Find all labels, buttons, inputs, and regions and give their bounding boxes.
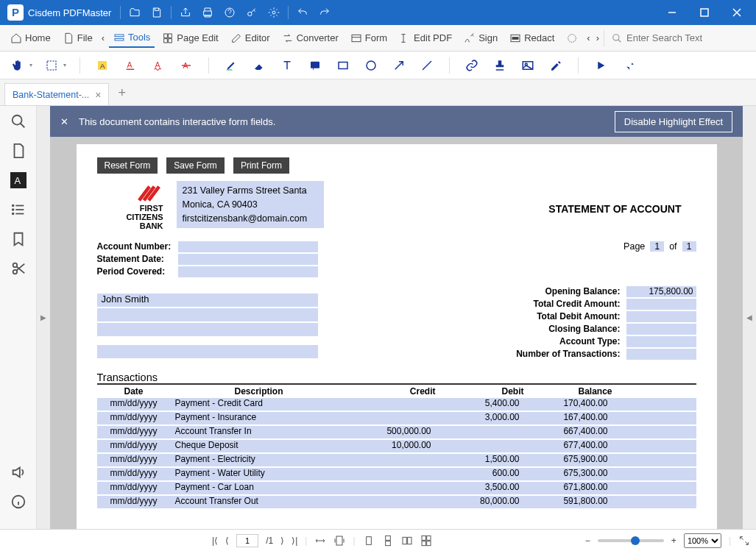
text-icon[interactable] [278,57,296,74]
ribbon-tools[interactable]: Tools [109,29,155,48]
total-debit-field[interactable] [626,311,696,322]
ribbon-editor[interactable]: Editor [226,29,275,47]
addr3-field[interactable] [97,345,318,358]
opening-balance-field[interactable]: 175,800.00 [626,286,696,297]
arrow-icon[interactable] [390,57,408,74]
zoom-select[interactable]: 100% [684,533,721,548]
maximize-button[interactable] [688,0,721,25]
help-icon[interactable] [220,3,239,22]
ribbon-ocr[interactable] [562,29,582,47]
first-page-icon[interactable]: |⟨ [212,536,218,546]
search-box[interactable] [612,32,750,43]
search-input[interactable] [626,32,750,43]
highlight-icon[interactable]: A [93,57,111,74]
ribbon-redact[interactable]: Redact [505,29,559,47]
table-row[interactable]: mm/dd/yyyyPayment - Insurance3,000.00167… [97,412,696,424]
address-field[interactable]: 231 Valley Farms Street Santa Monica, CA… [177,181,324,228]
ribbon-prev[interactable]: ‹ [100,29,106,46]
underline-icon[interactable]: A [121,57,139,74]
last-page-icon[interactable]: ⟩| [292,536,297,546]
sound-icon[interactable] [10,464,27,480]
eraser-icon[interactable] [250,57,268,74]
tab-close-icon[interactable]: × [95,89,101,101]
fullscreen-icon[interactable] [738,535,750,547]
ribbon-prev2[interactable]: ‹ [585,29,591,46]
table-row[interactable]: mm/dd/yyyyCheque Deposit10,000.00677,400… [97,440,696,452]
closing-balance-field[interactable] [626,324,696,335]
period-field[interactable] [178,266,318,277]
next-page-icon[interactable]: ⟩ [280,536,284,546]
fit-width-icon[interactable] [314,535,326,547]
zoom-out-icon[interactable]: − [585,536,590,546]
stamp-icon[interactable] [491,57,509,74]
sign-tool-icon[interactable] [547,57,565,74]
open-icon[interactable] [125,3,144,22]
two-page-icon[interactable] [401,535,413,547]
ribbon-sign[interactable]: Sign [459,29,502,47]
strikeout-icon[interactable]: A [177,57,195,74]
print-icon[interactable] [198,3,217,22]
fit-page-icon[interactable] [333,535,345,547]
num-transactions-field[interactable] [626,349,696,360]
save-icon[interactable] [147,3,166,22]
close-button[interactable] [721,0,753,25]
ribbon-file[interactable]: File [58,29,97,47]
marker-icon[interactable] [222,57,240,74]
account-number-field[interactable] [178,241,318,252]
undo-icon[interactable] [293,3,312,22]
table-row[interactable]: mm/dd/yyyyAccount Transfer Out80,000.005… [97,496,696,508]
two-continuous-icon[interactable] [420,535,432,547]
link-icon[interactable] [463,57,481,74]
info-icon[interactable] [10,494,27,510]
statement-date-field[interactable] [178,254,318,265]
right-collapse[interactable]: ◀ [743,106,756,529]
redo-icon[interactable] [315,3,334,22]
ribbon-editpdf[interactable]: Edit PDF [395,29,456,47]
print-form-button[interactable]: Print Form [233,157,289,174]
table-row[interactable]: mm/dd/yyyyPayment - Water Utility600.006… [97,468,696,480]
total-credit-field[interactable] [626,299,696,310]
ribbon-next[interactable]: › [595,29,601,46]
page-input[interactable] [236,534,258,547]
note-icon[interactable] [306,57,324,74]
addr1-field[interactable] [97,308,318,321]
table-row[interactable]: mm/dd/yyyyPayment - Car Loan3,500.00671,… [97,482,696,494]
name-field[interactable]: John Smith [97,294,318,307]
document-tab[interactable]: Bank-Statement-... × [4,83,109,105]
squiggle-icon[interactable]: A [149,57,167,74]
image-icon[interactable] [519,57,537,74]
ribbon-form[interactable]: Form [346,29,392,47]
continuous-icon[interactable] [382,535,394,547]
zoom-in-icon[interactable]: + [671,536,676,546]
bookmark-panel-icon[interactable] [10,231,27,247]
zoom-slider[interactable] [598,539,664,542]
ribbon-home[interactable]: Home [6,29,55,47]
minimize-button[interactable] [656,0,688,25]
table-row[interactable]: mm/dd/yyyyAccount Transfer In500,000.006… [97,426,696,438]
banner-close-icon[interactable]: ✕ [60,116,68,127]
single-page-icon[interactable] [363,535,375,547]
play-icon[interactable] [592,57,610,74]
disable-highlight-button[interactable]: Disable Highlight Effect [615,111,732,132]
font-panel-icon[interactable]: A [10,172,27,188]
search-panel-icon[interactable] [10,113,27,129]
left-collapse[interactable]: ▶ [37,106,50,529]
table-row[interactable]: mm/dd/yyyyPayment - Electricity1,500.006… [97,454,696,466]
rect-icon[interactable] [334,57,352,74]
outline-panel-icon[interactable] [10,202,27,218]
new-tab-button[interactable]: + [118,85,126,105]
ribbon-pageedit[interactable]: Page Edit [158,29,222,47]
save-form-button[interactable]: Save Form [166,157,225,174]
share-icon[interactable] [176,3,195,22]
prev-page-icon[interactable]: ⟨ [225,536,229,546]
select-tool-icon[interactable] [43,57,60,74]
account-type-field[interactable] [626,336,696,347]
settings-icon[interactable] [264,3,283,22]
pages-panel-icon[interactable] [10,143,27,159]
reset-form-button[interactable]: Reset Form [97,157,158,174]
ribbon-converter[interactable]: Converter [278,29,343,47]
circle-icon[interactable] [362,57,380,74]
line-icon[interactable] [418,57,436,74]
pin-icon[interactable] [620,57,637,74]
addr2-field[interactable] [97,323,318,336]
